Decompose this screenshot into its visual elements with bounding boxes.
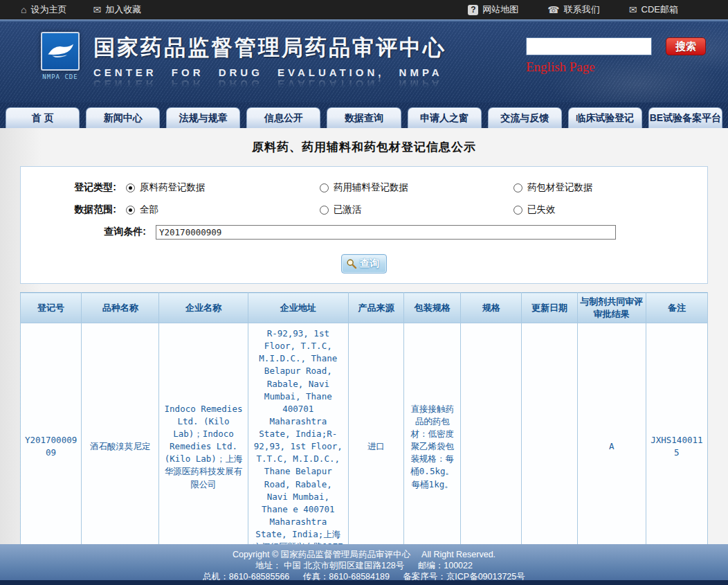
query-button-label: 查询: [360, 258, 379, 270]
tab-exchange-feedback[interactable]: 交流与反馈: [488, 107, 562, 128]
col-remark: 备注: [646, 293, 707, 323]
mail-icon: ✉: [629, 4, 637, 15]
radio-packaging-data[interactable]: 药包材登记数据: [513, 181, 707, 194]
scope-option-label: 已激活: [334, 204, 362, 216]
radio-icon: [513, 183, 522, 192]
table-header-row: 登记号 品种名称 企业名称 企业地址 产品来源 包装规格 规格 更新日期 与制剂…: [21, 293, 708, 323]
radio-icon: [513, 206, 522, 215]
set-home-label: 设为主页: [30, 3, 66, 16]
header-search-area: 搜索 English Page: [526, 37, 706, 75]
contact-link[interactable]: ☎ 联系我们: [547, 3, 599, 16]
sitemap-link[interactable]: ? 网站地图: [468, 3, 518, 16]
footer-address: 地址： 中国 北京市朝阳区建国路128号 邮编：100022: [0, 560, 728, 571]
tab-clinical-trial-registration[interactable]: 临床试验登记: [568, 107, 642, 128]
site-subtitle: CENTER FOR DRUG EVALUATION, NMPA: [93, 66, 446, 78]
col-package-spec: 包装规格: [404, 293, 461, 323]
cell-product-name: 酒石酸溴莫尼定: [82, 323, 159, 570]
query-condition-label: 查询条件:: [21, 226, 156, 238]
tab-news-center[interactable]: 新闻中心: [86, 107, 160, 128]
radio-checked-icon: [126, 206, 135, 215]
footer-copyright: Copyright © 国家药品监督管理局药品审评中心 All Right Re…: [0, 549, 728, 560]
radio-excipient-data[interactable]: 药用辅料登记数据: [320, 181, 513, 194]
header-titles: 国家药品监督管理局药品审评中心 CENTER FOR DRUG EVALUATI…: [93, 33, 446, 90]
col-review-result: 与制剂共同审评审批结果: [577, 293, 646, 323]
scope-option-label: 已失效: [527, 204, 556, 216]
tab-data-query[interactable]: 数据查询: [327, 107, 401, 128]
col-product-name: 品种名称: [82, 293, 159, 323]
english-page-link[interactable]: English Page: [526, 60, 595, 75]
sitemap-label: 网站地图: [482, 3, 518, 16]
reg-type-option-label: 药用辅料登记数据: [334, 181, 408, 194]
radio-checked-icon: [126, 183, 135, 192]
magnifier-icon: [346, 258, 357, 269]
set-home-link[interactable]: ⌂ 设为主页: [21, 3, 66, 16]
results-table-wrap: 登记号 品种名称 企业名称 企业地址 产品来源 包装规格 规格 更新日期 与制剂…: [20, 292, 708, 585]
scope-label: 数据范围:: [21, 204, 126, 216]
radio-scope-invalid[interactable]: 已失效: [513, 204, 707, 216]
contact-label: 联系我们: [564, 3, 600, 16]
cell-package-spec: 直接接触药品的药包材：低密度聚乙烯袋包装规格：每桶0.5kg。每桶1kg。: [404, 323, 461, 570]
help-icon: ?: [468, 5, 478, 15]
site-footer: Copyright © 国家药品监督管理局药品审评中心 All Right Re…: [0, 544, 728, 585]
radio-icon: [320, 206, 329, 215]
col-reg-no: 登记号: [21, 293, 82, 323]
site-title: 国家药品监督管理局药品审评中心: [93, 33, 446, 62]
home-icon: ⌂: [21, 4, 26, 15]
col-product-source: 产品来源: [348, 293, 403, 323]
page-title: 原料药、药用辅料和药包材登记信息公示: [0, 139, 728, 155]
radio-icon: [320, 183, 329, 192]
radio-scope-all[interactable]: 全部: [126, 204, 320, 216]
cell-company-name: Indoco Remedies Ltd. (Kilo Lab)；Indoco R…: [159, 323, 248, 570]
radio-raw-material-data[interactable]: 原料药登记数据: [126, 181, 320, 194]
cell-product-source: 进口: [348, 323, 403, 570]
radio-scope-activated[interactable]: 已激活: [320, 204, 513, 216]
topbar-right: ? 网站地图 ☎ 联系我们 ✉ CDE邮箱: [468, 3, 728, 16]
cell-review-result: A: [577, 323, 646, 570]
site-subtitle-reflection: CENTER FOR DRUG EVALUATION, NMPA: [93, 78, 446, 90]
main-content: 原料药、药用辅料和药包材登记信息公示 登记类型: 原料药登记数据 药用辅料登记数…: [0, 128, 728, 585]
site-search-input[interactable]: [526, 37, 652, 55]
reg-type-option-label: 原料药登记数据: [140, 181, 206, 194]
tab-info-disclosure[interactable]: 信息公开: [246, 107, 320, 128]
reg-type-row: 登记类型: 原料药登记数据 药用辅料登记数据 药包材登记数据: [21, 177, 707, 199]
query-submit-button[interactable]: 查询: [341, 254, 387, 273]
tab-home[interactable]: 首 页: [6, 107, 80, 128]
add-favorite-link[interactable]: ✉ 加入收藏: [93, 3, 141, 16]
logo-caption: NMPA CDE: [38, 73, 82, 80]
scope-row: 数据范围: 全部 已激活 已失效: [21, 199, 707, 221]
favorite-mail-icon: ✉: [93, 4, 101, 15]
tab-applicant-window[interactable]: 申请人之窗: [408, 107, 482, 128]
col-spec: 规格: [461, 293, 522, 323]
cell-company-address: R-92,93, 1st Floor, T.T.C, M.I.D.C., Tha…: [248, 323, 348, 570]
add-favorite-label: 加入收藏: [105, 3, 141, 16]
cde-mail-link[interactable]: ✉ CDE邮箱: [629, 3, 678, 16]
cell-reg-no: Y20170000909: [21, 323, 82, 570]
cde-mail-label: CDE邮箱: [641, 3, 678, 16]
site-search-button[interactable]: 搜索: [666, 37, 706, 55]
query-condition-input[interactable]: [156, 225, 616, 240]
scope-option-label: 全部: [140, 204, 158, 216]
query-condition-row: 查询条件:: [21, 221, 707, 243]
query-form: 登记类型: 原料药登记数据 药用辅料登记数据 药包材登记数据 数据范围:: [20, 166, 708, 284]
top-utility-bar: ⌂ 设为主页 ✉ 加入收藏 ? 网站地图 ☎ 联系我们 ✉ CDE邮箱: [0, 0, 728, 19]
cell-remark: JXHS1400115: [646, 323, 707, 570]
site-logo[interactable]: NMPA CDE: [38, 32, 82, 80]
table-row: Y20170000909 酒石酸溴莫尼定 Indoco Remedies Ltd…: [21, 323, 708, 570]
main-nav: 首 页 新闻中心 法规与规章 信息公开 数据查询 申请人之窗 交流与反馈 临床试…: [0, 102, 728, 128]
col-company-address: 企业地址: [248, 293, 348, 323]
topbar-left: ⌂ 设为主页 ✉ 加入收藏: [0, 3, 141, 16]
tab-be-trial-platform[interactable]: BE试验备案平台: [648, 107, 722, 128]
cell-spec: [461, 323, 522, 570]
reg-type-option-label: 药包材登记数据: [527, 181, 593, 194]
col-company-name: 企业名称: [159, 293, 248, 323]
site-header: NMPA CDE 国家药品监督管理局药品审评中心 CENTER FOR DRUG…: [0, 22, 728, 102]
cde-logo-icon: [41, 32, 80, 71]
tab-laws-regulations[interactable]: 法规与规章: [166, 107, 240, 128]
results-table: 登记号 品种名称 企业名称 企业地址 产品来源 包装规格 规格 更新日期 与制剂…: [20, 292, 708, 570]
footer-bottom-strip: [0, 580, 728, 585]
reg-type-label: 登记类型:: [21, 181, 126, 194]
cell-update-date: [522, 323, 577, 570]
col-update-date: 更新日期: [522, 293, 577, 323]
phone-icon: ☎: [547, 4, 559, 15]
